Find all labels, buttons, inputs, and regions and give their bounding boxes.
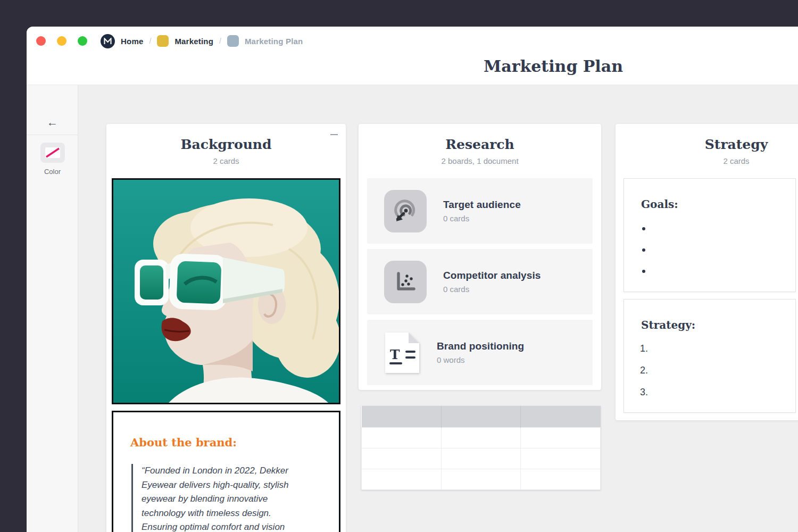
- sidebar: ← Color: [27, 85, 78, 532]
- color-tool[interactable]: Color: [27, 143, 78, 176]
- bullet-item[interactable]: [642, 218, 795, 239]
- page-title[interactable]: Marketing Plan: [484, 57, 623, 76]
- column-title: Strategy: [616, 124, 798, 152]
- breadcrumb-marketing[interactable]: Marketing: [174, 37, 213, 46]
- color-tool-label: Color: [27, 168, 78, 176]
- board-item-target-audience[interactable]: Target audience 0 cards: [367, 178, 593, 244]
- minimize-column-icon[interactable]: [330, 134, 338, 135]
- marketing-plan-board-icon: [227, 35, 239, 47]
- window-zoom-button[interactable]: [78, 36, 87, 46]
- numbered-item[interactable]: 1.: [640, 338, 795, 360]
- table-cell[interactable]: [362, 448, 442, 469]
- table-cell[interactable]: [521, 427, 601, 448]
- sidebar-divider: [27, 135, 78, 135]
- strategy-card[interactable]: Strategy: 1. 2. 3.: [624, 299, 796, 413]
- column-background: Background 2 cards: [106, 124, 346, 532]
- brand-quote: “Founded in London in 2022, Dekker Eyewe…: [131, 464, 324, 532]
- table-row: [362, 427, 601, 448]
- column-subtitle: 2 cards: [616, 156, 798, 165]
- strategy-numbered-list: 1. 2. 3.: [640, 338, 795, 403]
- bullet-dot: [642, 270, 645, 273]
- breadcrumb-current: Marketing Plan: [245, 37, 303, 46]
- document-item-title: Brand positioning: [437, 340, 524, 352]
- table-cell[interactable]: [362, 427, 442, 448]
- column-research: Research 2 boards, 1 document Target aud…: [359, 124, 601, 390]
- table-header-cell[interactable]: [362, 406, 442, 427]
- goals-card[interactable]: Goals:: [624, 178, 796, 292]
- document-item-brand-positioning[interactable]: T Brand positioning 0 words: [367, 320, 593, 385]
- breadcrumb: Home / Marketing / Marketing Plan: [36, 31, 303, 51]
- board-item-title: Target audience: [443, 199, 521, 211]
- table-cell[interactable]: [362, 469, 442, 489]
- numbered-item[interactable]: 3.: [640, 381, 795, 403]
- portrait-image: [113, 180, 339, 403]
- document-icon: T: [384, 331, 420, 374]
- svg-text:T: T: [390, 347, 400, 362]
- column-title: Research: [359, 124, 601, 152]
- document-item-subtitle: 0 words: [437, 355, 524, 364]
- app-window: Home / Marketing / Marketing Plan Market…: [27, 27, 798, 532]
- numbered-item[interactable]: 2.: [640, 360, 795, 381]
- table-header-row: [362, 406, 601, 427]
- bullet-item[interactable]: [642, 239, 795, 261]
- window-close-button[interactable]: [36, 36, 46, 46]
- table-cell[interactable]: [441, 448, 521, 469]
- table-row: [362, 469, 601, 489]
- table-cell[interactable]: [441, 427, 521, 448]
- board-item-subtitle: 0 cards: [443, 214, 521, 223]
- window-minimize-button[interactable]: [57, 36, 66, 46]
- empty-table-card[interactable]: [361, 406, 601, 490]
- table-header-cell[interactable]: [521, 406, 601, 427]
- table-header-cell[interactable]: [441, 406, 521, 427]
- breadcrumb-separator: /: [219, 37, 221, 45]
- image-card[interactable]: [112, 178, 340, 404]
- board-item-title: Competitor analysis: [443, 270, 541, 281]
- goals-bullet-list: [642, 218, 795, 282]
- table-cell[interactable]: [521, 448, 601, 469]
- breadcrumb-home[interactable]: Home: [121, 37, 143, 46]
- bullet-dot: [642, 248, 645, 252]
- board-scatter-chart-icon: [384, 261, 427, 303]
- about-brand-card[interactable]: About the brand: “Founded in London in 2…: [112, 411, 340, 532]
- titlebar: Home / Marketing / Marketing Plan Market…: [27, 27, 798, 85]
- table-cell[interactable]: [441, 469, 521, 489]
- strategy-heading: Strategy:: [641, 319, 795, 331]
- collapse-sidebar-arrow-icon[interactable]: ←: [27, 116, 78, 129]
- goals-heading: Goals:: [641, 198, 795, 211]
- table-row: [362, 448, 601, 469]
- table-cell[interactable]: [521, 469, 601, 489]
- column-strategy: Strategy 2 cards Goals: Strategy: 1. 2. …: [616, 124, 798, 420]
- milanote-logo-icon[interactable]: [101, 34, 115, 48]
- board-item-competitor-analysis[interactable]: Competitor analysis 0 cards: [367, 249, 593, 314]
- column-title: Background: [106, 124, 346, 152]
- board-target-icon: [384, 190, 427, 232]
- marketing-board-icon[interactable]: [157, 35, 169, 47]
- column-subtitle: 2 boards, 1 document: [359, 156, 601, 165]
- color-swatch-icon[interactable]: [40, 143, 65, 163]
- bullet-dot: [642, 227, 645, 230]
- breadcrumb-separator: /: [149, 37, 151, 45]
- board-item-subtitle: 0 cards: [443, 285, 541, 294]
- bullet-item[interactable]: [642, 261, 795, 282]
- about-heading: About the brand:: [130, 436, 324, 449]
- column-subtitle: 2 cards: [106, 156, 346, 165]
